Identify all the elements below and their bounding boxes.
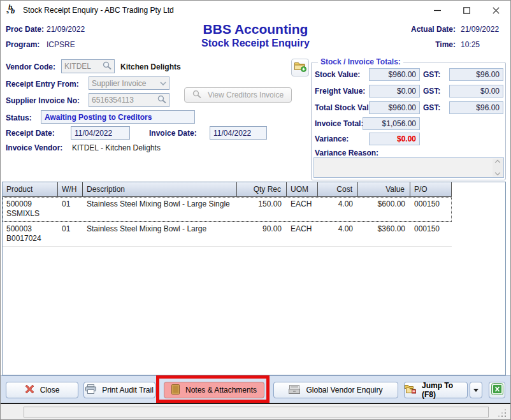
gst3-label: GST: (423, 103, 440, 112)
vendor-code-field[interactable]: KITDEL (61, 59, 115, 73)
receipt-date-label: Receipt Date: (6, 129, 55, 138)
totals-group-title: Stock / Invoice Totals: (318, 57, 403, 66)
invoice-vendor-value: KITDEL - Kitchen Delights (72, 143, 161, 152)
variance-field: $0.00 (369, 133, 420, 145)
receipt-lines-grid: Product W/H Description Qty Rec UOM Cost… (2, 182, 506, 375)
status-label: Status: (6, 113, 32, 122)
attachments-folder-button[interactable] (291, 59, 309, 76)
invoice-date-field[interactable]: 11/04/2022 (210, 126, 267, 140)
receipt-date-field[interactable]: 11/04/2022 (71, 126, 130, 140)
notes-attachments-button[interactable]: Notes & Attachments (164, 382, 264, 398)
jump-folder-icon (405, 384, 416, 396)
folder-plus-icon (294, 61, 306, 74)
screen-title: Stock Receipt Enquiry (1, 38, 510, 49)
stock-invoice-totals-group: Stock / Invoice Totals: Stock Value: $96… (311, 62, 506, 180)
total-stock-val-label: Total Stock Val: (315, 103, 371, 112)
invoice-vendor-label: Invoice Vendor: (6, 143, 62, 152)
jump-to-dropdown-button[interactable] (470, 382, 482, 398)
invoice-date-label: Invoice Date: (149, 129, 197, 138)
gst2-label: GST: (423, 87, 440, 96)
column-header-description: Description (83, 182, 237, 196)
table-row[interactable]: 500003 B0017024 01 Stainless Steel Mixin… (3, 222, 452, 247)
close-button[interactable]: Close (6, 382, 78, 398)
freight-value-label: Freight Value: (315, 87, 365, 96)
scroll-down-icon[interactable] (495, 170, 500, 175)
gst3-field: $96.00 (449, 101, 503, 114)
variance-reason-textarea[interactable] (313, 157, 504, 178)
column-header-uom: UOM (287, 182, 318, 196)
button-bar: Close Print Audit Trail Notes & Attachme… (1, 375, 510, 403)
export-spreadsheet-button[interactable] (489, 382, 505, 398)
red-x-icon (25, 384, 34, 396)
column-header-qty-rec: Qty Rec (237, 182, 287, 196)
close-window-button[interactable] (481, 1, 510, 20)
dropdown-arrow-icon (473, 389, 479, 392)
maximize-button[interactable] (452, 1, 481, 20)
invoice-total-field: $1,056.00 (363, 117, 420, 130)
actual-date-value: 21/09/2022 (461, 25, 499, 34)
receipt-entry-from-label: Receipt Entry From: (6, 80, 79, 89)
title-bar: b s b Stock Receipt Enquiry - ABC Tradin… (1, 1, 510, 20)
grid-header-row: Product W/H Description Qty Rec UOM Cost… (3, 182, 452, 197)
status-bar-message (24, 407, 489, 417)
spreadsheet-icon (491, 383, 503, 397)
variance-label: Variance: (315, 134, 349, 143)
chevron-down-icon (160, 79, 166, 88)
vendor-name: Kitchen Delights (120, 62, 181, 71)
variance-reason-label: Variance Reason: (315, 148, 378, 157)
minimize-button[interactable] (422, 1, 452, 20)
print-audit-trail-button[interactable]: Print Audit Trail (83, 382, 155, 398)
jump-to-button[interactable]: Jump To (F8) (404, 382, 468, 398)
status-field: Awaiting Posting to Creditors (41, 110, 195, 124)
total-stock-val-field: $960.00 (369, 101, 420, 114)
column-header-wh: W/H (58, 182, 83, 196)
vendor-search-icon[interactable] (103, 61, 112, 71)
svg-text:s: s (6, 10, 9, 14)
notepad-icon (171, 384, 180, 396)
column-header-cost: Cost (318, 182, 358, 196)
scroll-up-icon[interactable] (495, 160, 500, 165)
global-vendor-enquiry-button[interactable]: Global Vendor Enquiry (273, 382, 398, 398)
gst1-label: GST: (423, 70, 440, 79)
column-header-po: P/O (410, 182, 452, 196)
column-header-value: Value (358, 182, 410, 196)
invoice-total-label: Invoice Total: (315, 119, 363, 128)
vendor-code-label: Vendor Code: (6, 62, 55, 71)
cash-drawer-icon (289, 385, 300, 396)
variance-reason-scrollbar[interactable] (493, 159, 503, 177)
supplier-invoice-no-field[interactable]: 6516354113 (89, 93, 169, 107)
time-label: Time: (435, 40, 456, 49)
freight-value-field: $0.00 (369, 85, 420, 98)
printer-icon (85, 384, 96, 396)
stock-value-label: Stock Value: (315, 70, 360, 79)
gst1-field: $96.00 (449, 68, 503, 81)
stock-value-field: $960.00 (369, 68, 420, 81)
table-row[interactable]: 500009 SSMIXLS 01 Stainless Steel Mixing… (3, 197, 452, 222)
status-bar (1, 404, 510, 420)
magnifier-icon (192, 90, 201, 100)
invoice-search-icon[interactable] (157, 95, 166, 105)
supplier-invoice-no-label: Supplier Invoice No: (6, 96, 80, 105)
time-value: 10:25 (461, 40, 480, 49)
actual-date-label: Actual Date: (411, 25, 456, 34)
app-logo-icon: b s b (6, 4, 18, 17)
resize-grip[interactable] (498, 409, 506, 417)
svg-text:b: b (11, 8, 15, 15)
gst2-field: $0.00 (449, 85, 503, 98)
window-title: Stock Receipt Enquiry - ABC Trading Pty … (23, 6, 174, 15)
app-window: b s b Stock Receipt Enquiry - ABC Tradin… (0, 0, 511, 420)
receipt-entry-from-dropdown[interactable]: Supplier Invoice (89, 76, 169, 90)
column-header-product: Product (3, 182, 58, 196)
view-creditors-invoice-button[interactable]: View Creditors Invoice (184, 87, 292, 103)
